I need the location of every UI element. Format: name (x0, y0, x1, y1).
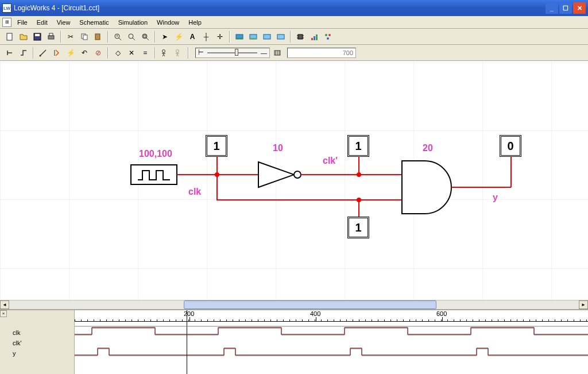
schematic-canvas[interactable]: 100,100 10 20 clk clk' y 1 1 1 0 ◄ ► (0, 61, 588, 309)
equals-button[interactable]: = (139, 47, 152, 59)
svg-rect-29 (314, 36, 315, 40)
svg-rect-4 (49, 33, 53, 36)
clock-component[interactable] (131, 165, 177, 184)
timing-panel: × clk clk' y 200400600 (0, 309, 588, 374)
view4-button[interactable] (274, 30, 287, 43)
svg-rect-18 (236, 38, 243, 39)
time-cursor[interactable] (187, 310, 187, 374)
separator (229, 31, 230, 43)
scroll-left-button[interactable]: ◄ (0, 300, 9, 309)
svg-point-33 (327, 37, 329, 40)
inverter-delay-label: 10 (273, 143, 283, 153)
menu-window[interactable]: Window (152, 18, 184, 27)
copy-button[interactable] (78, 30, 91, 43)
speed-config-button[interactable] (271, 47, 284, 59)
signal-name[interactable]: clk (13, 327, 74, 338)
report-button[interactable] (308, 30, 320, 43)
view1-button[interactable] (233, 30, 246, 43)
toolbar-main: ✂ + ➤ ⚡ A ┼ ✛ (0, 29, 588, 45)
waveform-area[interactable]: 200400600 (75, 310, 588, 374)
separator (154, 31, 156, 43)
svg-point-37 (176, 49, 179, 52)
chip-button[interactable] (294, 30, 307, 43)
svg-rect-22 (277, 34, 284, 39)
scroll-thumb[interactable] (184, 300, 436, 309)
canvas-scrollbar[interactable]: ◄ ► (0, 300, 588, 309)
sim-reset-button[interactable] (3, 47, 16, 59)
svg-point-36 (163, 49, 165, 52)
time-ruler: 200400600 (75, 310, 588, 322)
separator (60, 31, 61, 43)
close-window-button[interactable]: _ (546, 2, 558, 14)
sim-step-button[interactable] (17, 47, 30, 59)
menu-file[interactable]: File (13, 18, 32, 27)
probe-y[interactable]: 0 (500, 135, 521, 157)
probe-lower[interactable]: 1 (347, 217, 369, 238)
trigger-tool[interactable] (51, 47, 63, 59)
svg-rect-21 (264, 34, 270, 39)
wire-tool[interactable]: ┼ (200, 30, 212, 43)
probe-tool[interactable] (37, 47, 49, 59)
run-button[interactable] (158, 47, 171, 59)
svg-line-15 (146, 38, 149, 40)
crosshair-tool[interactable]: ✛ (214, 30, 226, 43)
probe-clk[interactable]: 1 (206, 135, 227, 157)
svg-rect-16 (144, 35, 146, 37)
zoom-in-button[interactable]: + (111, 30, 124, 43)
zoom-fit-button[interactable] (139, 30, 152, 43)
signal-name[interactable]: y (13, 348, 74, 358)
view3-button[interactable] (261, 30, 273, 43)
menu-edit[interactable]: Edit (32, 18, 52, 27)
svg-point-12 (129, 34, 133, 38)
clear-button[interactable]: ⊘ (92, 47, 105, 59)
ruler-tick-label: 400 (310, 310, 320, 317)
net-y-label: y (493, 192, 498, 203)
stop-button[interactable] (172, 47, 185, 59)
maximize-window-button[interactable]: ☐ (559, 2, 572, 14)
unknown-button[interactable]: ◇ (111, 47, 124, 59)
net-clk-bar-label: clk' (323, 156, 338, 166)
separator (33, 47, 34, 59)
save-button[interactable] (31, 30, 44, 43)
window-title: LogicWorks 4 - [Circuit1.cct] (14, 4, 544, 12)
probe-clk-bar[interactable]: 1 (347, 135, 369, 157)
svg-point-32 (328, 34, 331, 36)
signal-names-column: clk clk' y (0, 310, 75, 374)
open-button[interactable] (17, 30, 30, 43)
clock-param-label: 100,100 (139, 149, 172, 159)
svg-rect-28 (311, 38, 313, 40)
new-button[interactable] (3, 30, 16, 43)
and-gate[interactable] (402, 161, 451, 214)
paste-button[interactable] (92, 30, 105, 43)
scroll-right-button[interactable]: ► (579, 300, 588, 309)
cut-button[interactable]: ✂ (64, 30, 77, 43)
pointer-tool[interactable]: ➤ (158, 30, 171, 43)
zoom-out-button[interactable] (125, 30, 138, 43)
menu-schematic[interactable]: Schematic (75, 18, 113, 27)
text-tool[interactable]: A (186, 30, 199, 43)
zap-tool[interactable]: ⚡ (172, 30, 185, 43)
separator (188, 47, 189, 59)
signal-name[interactable]: clk' (13, 338, 74, 348)
zap-sim-button[interactable]: ⚡ (64, 47, 77, 59)
undo-sim-button[interactable]: ↶ (78, 47, 91, 59)
menu-help[interactable]: Help (184, 18, 206, 27)
menu-view[interactable]: View (52, 18, 75, 27)
svg-rect-43 (131, 165, 177, 184)
svg-point-14 (142, 34, 147, 38)
device-button[interactable] (322, 30, 334, 43)
menu-simulation[interactable]: Simulation (114, 18, 152, 27)
ruler-tick-label: 600 (436, 310, 447, 317)
svg-rect-3 (48, 36, 54, 39)
svg-rect-6 (83, 35, 87, 40)
svg-rect-30 (316, 34, 318, 40)
title-bar: LW LogicWorks 4 - [Circuit1.cct] _ ☐ ✕ (0, 0, 588, 16)
view2-button[interactable] (247, 30, 260, 43)
toolbar-simulation: ⚡ ↶ ⊘ ◇ ✕ = ⊢ — 700 (0, 45, 588, 61)
separator (154, 47, 156, 59)
x-button[interactable]: ✕ (125, 47, 138, 59)
speed-slider[interactable]: ⊢ — (195, 48, 270, 58)
close-button[interactable]: ✕ (573, 2, 586, 14)
panel-close-button[interactable]: × (0, 310, 7, 317)
print-button[interactable] (45, 30, 57, 43)
